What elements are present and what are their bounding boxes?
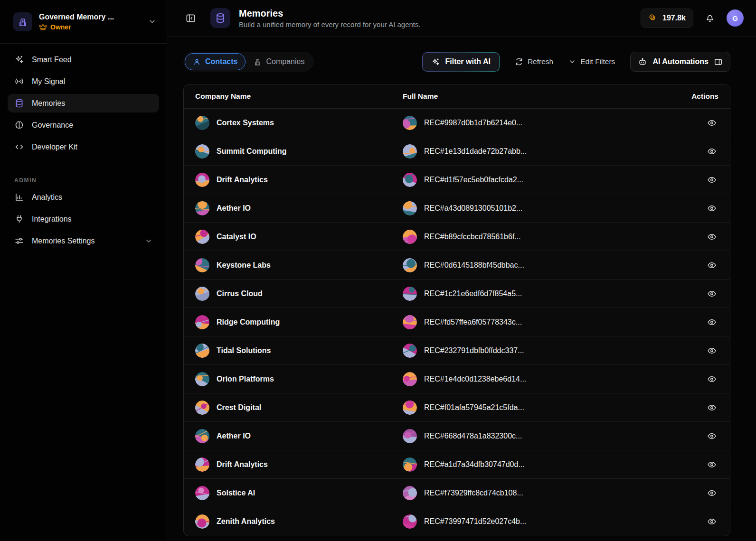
company-name: Catalyst IO — [217, 233, 256, 241]
view-record-button[interactable] — [705, 173, 718, 187]
sidebar-item-my-signal[interactable]: My Signal — [8, 72, 159, 91]
sidebar-item-label: Integrations — [32, 215, 72, 224]
view-record-button[interactable] — [705, 486, 718, 500]
view-record-button[interactable] — [705, 373, 718, 386]
contact-avatar — [403, 230, 417, 244]
table-row[interactable]: Zenith Analytics REC#73997471d52e027c4b.… — [184, 507, 730, 536]
table-row[interactable]: Crest Digital REC#f01afa57945a21c5fda... — [184, 393, 730, 422]
view-record-button[interactable] — [705, 458, 718, 471]
table-row[interactable]: Drift Analytics REC#a1d7a34dfb30747d0d..… — [184, 450, 730, 479]
sparkles-icon — [431, 57, 440, 66]
sidebar-item-label: Developer Kit — [32, 143, 77, 151]
contact-avatar — [403, 144, 417, 159]
contact-avatar — [403, 457, 417, 472]
contact-avatar — [403, 429, 417, 443]
ai-automations-button[interactable]: AI Automations — [630, 52, 730, 72]
record-id: REC#668d478a1a832300c... — [424, 432, 522, 440]
records-table: Company Name Full Name Actions Cortex Sy… — [183, 84, 730, 536]
edit-filters-button[interactable]: Edit Filters — [568, 57, 615, 66]
sidebar-item-governance[interactable]: Governance — [8, 116, 159, 134]
view-record-button[interactable] — [705, 259, 718, 272]
filter-with-ai-label: Filter with AI — [445, 57, 490, 66]
company-avatar — [195, 429, 209, 443]
company-avatar — [195, 144, 209, 159]
table-body: Cortex Systems REC#9987d0b1d7b6214e0... … — [184, 109, 730, 536]
contact-avatar — [403, 315, 417, 329]
view-record-button[interactable] — [705, 316, 718, 329]
sidebar-item-label: Analytics — [32, 193, 62, 202]
user-avatar[interactable]: G — [727, 9, 744, 27]
table-row[interactable]: Orion Platforms REC#1e4dc0d1238ebe6d14..… — [184, 365, 730, 393]
contact-avatar — [403, 287, 417, 301]
company-name: Ridge Computing — [217, 318, 280, 326]
refresh-button[interactable]: Refresh — [515, 57, 553, 66]
view-record-button[interactable] — [705, 202, 718, 215]
table-row[interactable]: Aether IO REC#a43d08913005101b2... — [184, 194, 730, 223]
company-name: Crest Digital — [217, 403, 261, 412]
sidebar-item-analytics[interactable]: Analytics — [8, 188, 159, 206]
ai-automations-label: AI Automations — [652, 57, 709, 66]
table-row[interactable]: Aether IO REC#668d478a1a832300c... — [184, 422, 730, 450]
table-row[interactable]: Drift Analytics REC#d1f57ec5eb0facfcda2.… — [184, 166, 730, 194]
robot-icon — [638, 57, 647, 66]
company-name: Solstice AI — [217, 489, 255, 497]
contact-avatar — [403, 401, 417, 415]
org-switcher[interactable]: Governed Memory ... Owner — [0, 0, 167, 44]
sidebar-item-memories[interactable]: Memories — [8, 94, 159, 112]
company-name: Cirrus Cloud — [217, 289, 263, 298]
company-avatar — [195, 457, 209, 472]
credits-counter[interactable]: 197.8k — [641, 9, 693, 28]
table-row[interactable]: Cirrus Cloud REC#1c21e6edf6d7f854a5... — [184, 280, 730, 308]
view-record-button[interactable] — [705, 429, 718, 443]
company-avatar — [195, 116, 209, 130]
org-role-badge: Owner — [39, 23, 114, 31]
column-header-full-name: Full Name — [403, 92, 680, 101]
sidebar-collapse-icon[interactable] — [185, 13, 196, 24]
table-row[interactable]: Ridge Computing REC#fd57ffea6f05778343c.… — [184, 308, 730, 336]
notifications-bell-icon[interactable] — [705, 13, 715, 23]
person-icon — [193, 58, 201, 66]
org-role-label: Owner — [50, 23, 71, 31]
company-avatar — [195, 401, 209, 415]
company-avatar — [195, 258, 209, 272]
view-record-button[interactable] — [705, 230, 718, 243]
table-row[interactable]: Keystone Labs REC#0d6145188bf45dbbac... — [184, 251, 730, 280]
view-record-button[interactable] — [705, 515, 718, 528]
crown-icon — [39, 23, 47, 30]
tab-contacts[interactable]: Contacts — [185, 53, 246, 70]
sidebar-item-developer-kit[interactable]: Developer Kit — [8, 138, 159, 156]
filter-with-ai-button[interactable]: Filter with AI — [422, 52, 499, 72]
sidebar-item-memories-settings[interactable]: Memories Settings — [8, 232, 159, 250]
admin-section-label: ADMIN — [14, 177, 152, 184]
org-name: Governed Memory ... — [39, 13, 114, 21]
chevron-down-icon — [145, 237, 152, 245]
sidebar-item-integrations[interactable]: Integrations — [8, 210, 159, 228]
table-row[interactable]: Tidal Solutions REC#232791dbfb0ffddc337.… — [184, 336, 730, 365]
sidebar-item-label: Memories — [32, 99, 65, 108]
table-row[interactable]: Solstice AI REC#f73929ffc8cd74cb108... — [184, 479, 730, 507]
view-record-button[interactable] — [705, 344, 718, 357]
plug-icon — [14, 214, 24, 224]
company-avatar — [195, 287, 209, 301]
org-logo-building-icon — [13, 12, 32, 31]
chevron-down-icon — [568, 58, 576, 65]
credits-value: 197.8k — [662, 14, 686, 22]
record-id: REC#1e13d1dade72b27abb... — [424, 147, 527, 156]
contact-avatar — [403, 173, 417, 187]
record-id: REC#a1d7a34dfb30747d0d... — [424, 460, 525, 469]
table-header: Company Name Full Name Actions — [184, 84, 730, 109]
tab-companies[interactable]: Companies — [246, 53, 312, 70]
company-name: Aether IO — [217, 204, 251, 213]
table-row[interactable]: Cortex Systems REC#9987d0b1d7b6214e0... — [184, 109, 730, 137]
table-row[interactable]: Summit Computing REC#1e13d1dade72b27abb.… — [184, 137, 730, 166]
view-record-button[interactable] — [705, 116, 718, 130]
company-name: Drift Analytics — [217, 176, 268, 184]
view-record-button[interactable] — [705, 401, 718, 414]
sidebar-item-smart-feed[interactable]: Smart Feed — [8, 50, 159, 69]
view-record-button[interactable] — [705, 287, 718, 300]
tab-label: Contacts — [205, 57, 237, 66]
company-name: Drift Analytics — [217, 460, 268, 469]
company-avatar — [195, 344, 209, 358]
table-row[interactable]: Catalyst IO REC#b89cfccbcd78561b6f... — [184, 223, 730, 251]
view-record-button[interactable] — [705, 145, 718, 158]
